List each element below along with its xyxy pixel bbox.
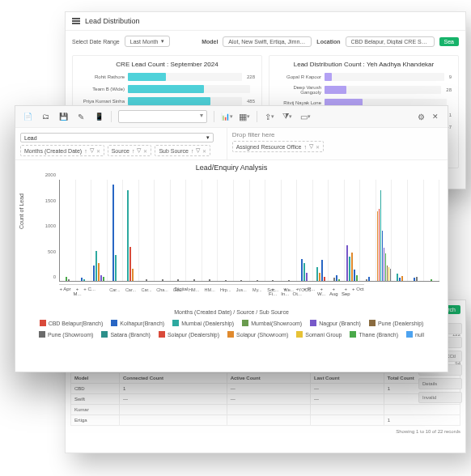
chart-type-icon[interactable]: [221, 111, 232, 122]
x-group[interactable]: + In...: [279, 284, 291, 295]
search-button[interactable]: Sea: [439, 37, 459, 46]
table-header[interactable]: Model: [71, 373, 120, 384]
remove-icon[interactable]: [316, 144, 320, 150]
sidebar-item[interactable]: Invalid: [418, 392, 462, 403]
legend-label: Kolhapur(Branch): [120, 321, 164, 326]
table-header[interactable]: Last Count: [311, 373, 384, 384]
dimension-pill[interactable]: Sub Source: [155, 145, 210, 156]
bar-group: [345, 180, 361, 281]
legend-item[interactable]: CBD Belapur(Branch): [40, 320, 104, 326]
bar-group: [392, 180, 408, 281]
bar: [366, 279, 367, 282]
x-group[interactable]: Digital: [95, 284, 267, 295]
menu-icon[interactable]: [72, 18, 80, 24]
legend-item[interactable]: Somani Group: [296, 331, 342, 338]
sort-icon[interactable]: [303, 144, 307, 150]
filter-icon[interactable]: [282, 111, 293, 122]
bar: [209, 279, 210, 282]
sort-icon[interactable]: [84, 148, 87, 154]
x-group[interactable]: + Apr: [59, 284, 71, 295]
bar: [66, 277, 67, 281]
filter-icon[interactable]: [137, 147, 141, 154]
bar: [321, 260, 323, 281]
remove-icon[interactable]: [202, 148, 206, 154]
table-cell: [119, 405, 227, 415]
sidebar-item[interactable]: Details: [418, 378, 462, 389]
bar: [390, 269, 391, 281]
legend-item[interactable]: Solapur (Showroom): [227, 331, 288, 338]
table-cell: [227, 415, 310, 426]
x-group[interactable]: + Fi...: [267, 284, 279, 295]
table-header[interactable]: Connected Count: [119, 373, 227, 384]
table-row: CBD1——1: [71, 384, 460, 394]
legend-label: Pune (Showroom): [48, 332, 93, 338]
edit-icon[interactable]: [75, 111, 87, 122]
remove-icon[interactable]: [96, 148, 100, 154]
table-view-icon[interactable]: [239, 111, 250, 122]
bar: [177, 279, 179, 282]
bar: [349, 257, 350, 281]
table-header[interactable]: Active Count: [227, 373, 310, 384]
legend-item[interactable]: Mumbai(Showroom): [242, 320, 302, 326]
layout-icon[interactable]: [299, 111, 311, 122]
table-cell: Kumar: [71, 405, 120, 415]
device-icon[interactable]: [93, 111, 104, 122]
filter-icon[interactable]: [196, 147, 200, 154]
legend-item[interactable]: Kolhapur(Branch): [111, 320, 164, 326]
report-select[interactable]: [118, 110, 207, 123]
legend-item[interactable]: Pune (Showroom): [39, 331, 93, 338]
legend-item[interactable]: Mumbai (Dealership): [172, 320, 234, 326]
remove-icon[interactable]: [143, 148, 147, 154]
filter-icon[interactable]: [309, 143, 313, 150]
legend-label: Nagpur (Branch): [319, 321, 361, 326]
legend-label: Solapur (Dealership): [168, 332, 219, 338]
bar: [257, 280, 258, 281]
close-icon[interactable]: [430, 111, 441, 122]
legend-swatch-icon: [227, 331, 234, 338]
x-group[interactable]: + M...: [71, 284, 83, 295]
bar-group: [76, 180, 92, 281]
legend-item[interactable]: Solapur (Dealership): [159, 331, 219, 338]
date-range-select[interactable]: Last Month ▾: [125, 36, 171, 47]
plot-area: Car...Car...Car...Cha...Clo...HM...HM...…: [59, 180, 439, 282]
filter-icon[interactable]: [90, 147, 94, 154]
sort-icon[interactable]: [132, 148, 135, 154]
legend-label: Mumbai(Showroom): [251, 321, 302, 326]
legend-swatch-icon: [39, 331, 45, 338]
model-select[interactable]: Alot, New Swift, Ertiga, Jimny, ...: [223, 36, 312, 47]
x-group[interactable]: + R...: [303, 284, 316, 295]
x-group[interactable]: + Oct: [352, 284, 364, 295]
legend-item[interactable]: Pune (Dealership): [369, 320, 423, 326]
bar-group: Soc...: [265, 180, 282, 281]
new-icon[interactable]: [22, 111, 33, 122]
x-group[interactable]: + Aug: [328, 284, 340, 295]
hbar-value: 9: [449, 74, 452, 79]
dimension-pill[interactable]: Source: [108, 145, 152, 156]
export-icon[interactable]: [264, 111, 275, 122]
location-select[interactable]: CBD Belapur, Digital CRE Soma...: [346, 36, 435, 47]
dimension-pill[interactable]: Assigned Resource Office: [232, 141, 324, 152]
x-group[interactable]: + W...: [316, 284, 328, 295]
save-icon[interactable]: [57, 111, 69, 122]
values-field-select[interactable]: Lead ▾: [20, 133, 214, 142]
gear-icon[interactable]: [415, 111, 426, 122]
bar: [132, 269, 134, 281]
bar-group: Hrp...: [218, 180, 234, 281]
open-icon[interactable]: [40, 111, 51, 122]
bar: [397, 274, 398, 281]
bar: [385, 253, 386, 281]
bar: [83, 279, 85, 282]
x-group[interactable]: + Ot...: [291, 284, 303, 295]
hbar-row: Rohit Rathore228: [79, 73, 255, 81]
legend-item[interactable]: null: [406, 331, 424, 338]
dimension-pill[interactable]: Months (Created Date): [20, 145, 104, 156]
bar-group: Clo...: [171, 180, 187, 281]
x-group[interactable]: + Sep: [340, 284, 352, 295]
legend-swatch-icon: [296, 331, 303, 338]
legend-item[interactable]: Nagpur (Branch): [310, 320, 361, 326]
legend-label: Pune (Dealership): [378, 321, 423, 326]
legend-item[interactable]: Thane (Branch): [350, 331, 398, 338]
sort-icon[interactable]: [191, 148, 194, 154]
x-group[interactable]: + C...: [83, 284, 95, 295]
legend-item[interactable]: Satara (Branch): [101, 331, 150, 338]
